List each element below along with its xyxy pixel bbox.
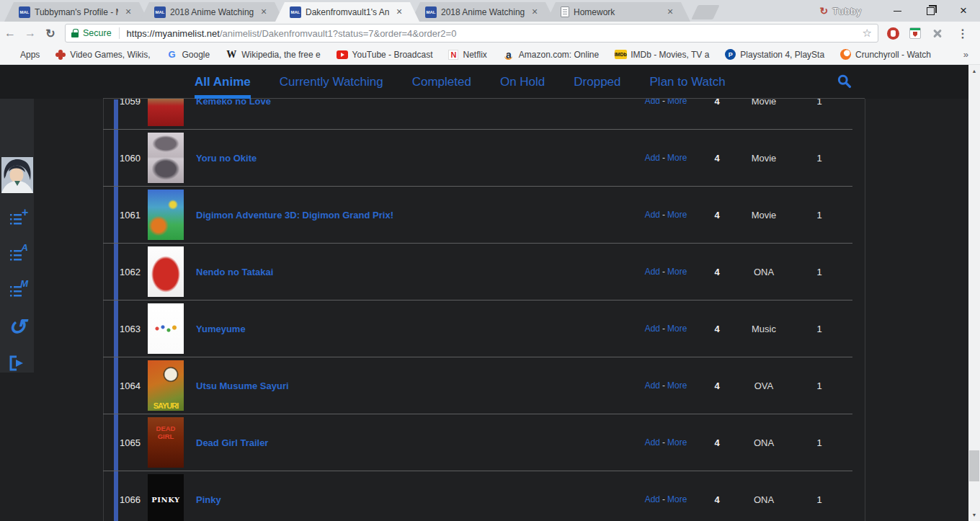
tab-close-icon[interactable] bbox=[122, 6, 134, 18]
anime-list-icon[interactable] bbox=[0, 237, 34, 273]
more-link[interactable]: More bbox=[667, 494, 687, 504]
add-link[interactable]: Add bbox=[645, 267, 660, 277]
anime-thumbnail[interactable] bbox=[148, 133, 184, 183]
minimize-button[interactable] bbox=[881, 0, 914, 22]
scrollbar-thumb[interactable] bbox=[969, 450, 979, 481]
bookmark-youtube[interactable]: YouTube - Broadcast bbox=[337, 49, 433, 61]
anime-title-link[interactable]: Yumeyume bbox=[196, 300, 629, 357]
scroll-down-icon[interactable] bbox=[968, 509, 980, 520]
bookmark-google[interactable]: Google bbox=[166, 49, 210, 61]
tab-close-icon[interactable] bbox=[529, 6, 540, 18]
row-number: 1065 bbox=[103, 414, 141, 471]
score-cell: 4 bbox=[695, 187, 739, 243]
back-icon[interactable] bbox=[0, 27, 20, 40]
type-cell: ONA bbox=[742, 414, 785, 471]
more-link[interactable]: More bbox=[667, 324, 687, 334]
youtube-play-icon bbox=[337, 50, 348, 59]
anime-thumbnail[interactable] bbox=[148, 246, 184, 297]
page-scrollbar[interactable] bbox=[968, 65, 980, 521]
browser-toolbar: Secure https://myanimelist.net/animelist… bbox=[0, 22, 980, 45]
adblock-extension-icon[interactable] bbox=[887, 27, 899, 40]
close-button[interactable] bbox=[947, 0, 980, 22]
browser-window: Tubbyman's Profile - My 2018 Anime Watch… bbox=[0, 0, 980, 521]
browser-tab-1[interactable]: Tubbyman's Profile - My bbox=[4, 2, 148, 22]
add-link[interactable]: Add bbox=[645, 324, 660, 334]
tab-title: 2018 Anime Watching C bbox=[441, 7, 525, 17]
new-tab-button[interactable] bbox=[691, 5, 719, 19]
apps-grid-icon bbox=[6, 50, 16, 60]
browser-tab-2[interactable]: 2018 Anime Watching C bbox=[140, 2, 284, 22]
add-link[interactable]: Add bbox=[645, 437, 660, 447]
tab-close-icon[interactable] bbox=[258, 6, 270, 18]
chrome-profile-name[interactable]: Tubby bbox=[832, 6, 862, 17]
crunchyroll-crescent-icon bbox=[840, 49, 851, 60]
add-link[interactable]: Add bbox=[645, 380, 660, 391]
progress-cell: 1 bbox=[798, 300, 841, 357]
secure-lock-icon[interactable] bbox=[71, 29, 79, 37]
more-link[interactable]: More bbox=[667, 380, 687, 391]
forward-icon[interactable] bbox=[20, 27, 40, 40]
red-flower-icon bbox=[55, 50, 66, 60]
anime-thumbnail[interactable]: SAYURI bbox=[148, 360, 184, 411]
browser-tab-5[interactable]: Homework bbox=[546, 2, 690, 22]
shield-extension-icon[interactable] bbox=[909, 27, 921, 39]
status-nav-bar: All Anime Currently Watching Completed O… bbox=[0, 65, 968, 99]
add-link[interactable]: Add bbox=[645, 494, 660, 504]
row-number: 1062 bbox=[103, 244, 141, 300]
tab-completed[interactable]: Completed bbox=[412, 65, 471, 99]
tab-close-icon[interactable] bbox=[393, 6, 405, 18]
reload-icon[interactable] bbox=[40, 27, 61, 40]
add-link[interactable]: Add bbox=[645, 153, 660, 163]
bookmarks-overflow-icon[interactable] bbox=[963, 49, 974, 60]
bookmark-video-games-wikis[interactable]: Video Games, Wikis, bbox=[55, 50, 150, 60]
type-cell: Movie bbox=[742, 130, 785, 186]
anime-thumbnail[interactable]: PINKY bbox=[148, 474, 184, 521]
profile-sync-error-icon bbox=[820, 5, 829, 17]
chrome-menu-icon[interactable] bbox=[954, 27, 971, 40]
history-icon[interactable] bbox=[0, 309, 34, 345]
bookmark-wikipedia[interactable]: Wikipedia, the free e bbox=[226, 49, 320, 61]
bookmark-netflix[interactable]: Netflix bbox=[448, 50, 486, 60]
anime-title-link[interactable]: Yoru no Okite bbox=[196, 130, 629, 186]
tab-plan-to-watch[interactable]: Plan to Watch bbox=[650, 65, 726, 99]
anime-title-link[interactable]: Digimon Adventure 3D: Digimon Grand Prix… bbox=[196, 187, 629, 243]
search-icon[interactable] bbox=[837, 74, 852, 92]
scroll-up-icon[interactable] bbox=[968, 66, 980, 76]
browser-titlebar: Tubbyman's Profile - My 2018 Anime Watch… bbox=[0, 0, 980, 22]
tab-all-anime[interactable]: All Anime bbox=[195, 65, 251, 99]
anime-title-link[interactable]: Utsu Musume Sayuri bbox=[196, 357, 629, 414]
bookmark-imdb[interactable]: IMDb - Movies, TV a bbox=[615, 49, 709, 61]
tab-close-icon[interactable] bbox=[664, 6, 676, 18]
browser-tab-3-active[interactable]: Dakenfromvault1's Anim bbox=[275, 2, 419, 22]
more-link[interactable]: More bbox=[667, 437, 687, 447]
restore-button[interactable] bbox=[914, 0, 947, 22]
more-link[interactable]: More bbox=[667, 210, 687, 220]
bookmark-crunchyroll[interactable]: Crunchyroll - Watch bbox=[840, 49, 931, 60]
add-link[interactable]: Add bbox=[645, 210, 660, 220]
tab-currently-watching[interactable]: Currently Watching bbox=[280, 65, 383, 99]
bookmark-playstation[interactable]: Playstation 4, PlaySta bbox=[725, 49, 824, 60]
anime-thumbnail[interactable] bbox=[148, 303, 184, 354]
bookmark-star-icon[interactable] bbox=[863, 27, 872, 40]
avatar[interactable] bbox=[1, 157, 33, 193]
more-link[interactable]: More bbox=[667, 267, 687, 277]
bookmark-amazon[interactable]: Amazon.com: Online bbox=[503, 49, 599, 61]
anime-thumbnail[interactable]: DEAD GIRL bbox=[148, 417, 184, 468]
anime-title-link[interactable]: Pinky bbox=[196, 471, 629, 521]
tab-dropped[interactable]: Dropped bbox=[574, 65, 620, 99]
add-list-icon[interactable] bbox=[0, 201, 34, 237]
anime-row-1065: 1065 DEAD GIRL Dead Girl Trailer Add-Mor… bbox=[103, 414, 852, 471]
logout-icon[interactable] bbox=[0, 345, 34, 381]
tab-on-hold[interactable]: On Hold bbox=[500, 65, 545, 99]
manga-list-icon[interactable] bbox=[0, 273, 34, 309]
disabled-extension-icon[interactable] bbox=[931, 27, 944, 40]
browser-tab-4[interactable]: 2018 Anime Watching C bbox=[411, 2, 555, 22]
anime-title-link[interactable]: Nendo no Tatakai bbox=[196, 244, 629, 300]
address-bar[interactable]: Secure https://myanimelist.net/animelist… bbox=[65, 24, 878, 43]
imdb-badge-icon bbox=[615, 50, 627, 59]
anime-thumbnail[interactable] bbox=[148, 190, 184, 240]
type-cell: Music bbox=[742, 300, 785, 357]
anime-title-link[interactable]: Dead Girl Trailer bbox=[196, 414, 629, 471]
bookmark-apps[interactable]: Apps bbox=[6, 50, 40, 60]
more-link[interactable]: More bbox=[667, 153, 687, 163]
